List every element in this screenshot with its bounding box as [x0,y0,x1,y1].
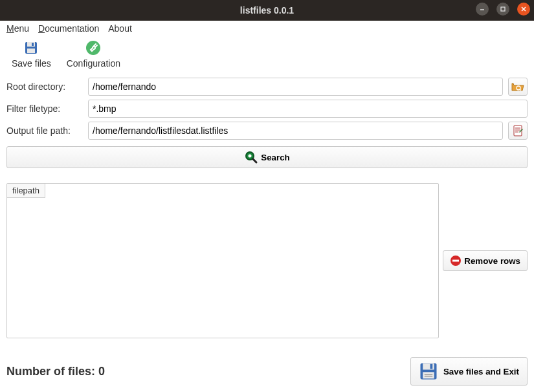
file-count-label: Number of files: 0 [6,365,105,378]
column-header-filepath[interactable]: filepath [7,184,45,198]
table-header-row: filepath [7,184,438,198]
svg-rect-23 [423,372,434,378]
configuration-icon [84,39,102,57]
configuration-label: Configuration [67,58,120,69]
output-file-label: Output file path: [6,125,83,136]
browse-directory-button[interactable] [508,78,528,96]
search-button[interactable]: Search [6,146,528,168]
svg-rect-7 [27,49,35,53]
save-large-icon [419,362,438,381]
folder-open-icon [511,82,524,92]
window-controls [476,3,530,16]
file-count-value: 0 [98,365,105,378]
search-label: Search [261,153,289,162]
maximize-icon [500,6,506,12]
output-file-input[interactable] [88,122,503,140]
svg-rect-6 [32,43,34,46]
edit-output-button[interactable] [508,122,528,140]
menu-about[interactable]: About [108,23,132,34]
save-files-label: Save files [12,58,51,69]
close-button[interactable] [517,3,530,16]
save-exit-label: Save files and Exit [443,367,519,376]
search-row: Search [6,146,528,168]
body-area: Root directory: Filter filetype: Output … [0,74,534,392]
svg-rect-1 [501,7,505,11]
filter-filetype-row: Filter filetype: [6,100,528,118]
menubar: Menu Documentation About [0,21,534,36]
app-window: listfiles 0.0.1 Menu Documentation About… [0,0,534,392]
menu-menu[interactable]: Menu [6,23,29,34]
svg-rect-5 [27,42,35,47]
results-table[interactable]: filepath [6,183,439,338]
results-row: filepath Remove rows [6,172,528,349]
root-directory-row: Root directory: [6,78,528,96]
svg-line-17 [253,159,256,162]
minimize-button[interactable] [476,3,489,16]
remove-rows-button[interactable]: Remove rows [443,250,528,271]
remove-rows-label: Remove rows [464,256,520,266]
svg-point-16 [249,155,252,158]
root-directory-input[interactable] [88,78,503,96]
maximize-button[interactable] [496,3,509,16]
svg-rect-19 [452,260,459,262]
minimize-icon [479,6,485,12]
close-icon [520,6,527,12]
svg-rect-22 [430,364,432,369]
remove-icon [450,255,462,267]
save-files-and-exit-button[interactable]: Save files and Exit [410,357,528,386]
window-title: listfiles 0.0.1 [240,5,294,16]
save-icon [22,39,40,57]
filter-filetype-label: Filter filetype: [6,103,83,114]
menu-documentation[interactable]: Documentation [38,23,99,34]
search-icon [244,150,258,164]
edit-file-icon [511,124,524,137]
output-file-row: Output file path: [6,122,528,140]
titlebar: listfiles 0.0.1 [0,0,534,21]
root-directory-label: Root directory: [6,82,83,92]
filter-filetype-input[interactable] [88,100,528,118]
save-files-button[interactable]: Save files [12,39,51,69]
configuration-button[interactable]: Configuration [67,39,120,69]
toolbar: Save files Configuration [0,36,534,74]
bottom-row: Number of files: 0 Save files and Exit [6,353,528,386]
